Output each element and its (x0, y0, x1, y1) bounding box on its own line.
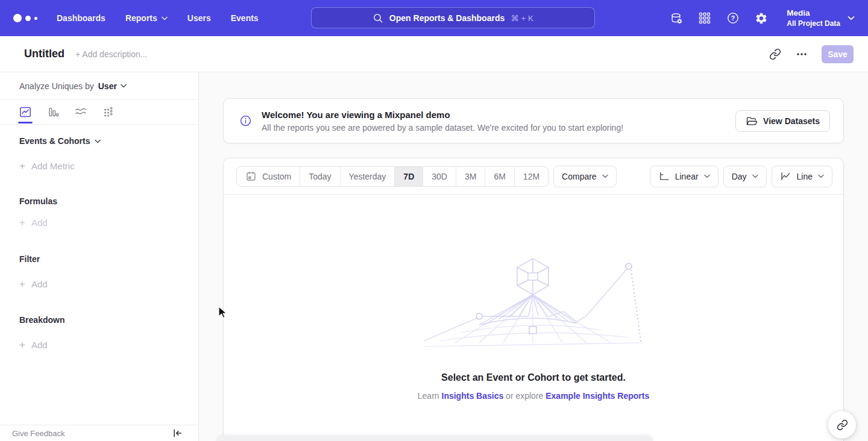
folder-icon (746, 116, 758, 127)
insights-basics-link[interactable]: Insights Basics (442, 391, 504, 401)
plus-icon: + (19, 217, 25, 228)
visualization-tabs (0, 100, 198, 125)
tab-bar-chart[interactable] (46, 105, 60, 119)
search-icon (373, 13, 383, 23)
chevron-down-icon (95, 139, 101, 143)
range-30d[interactable]: 30D (423, 167, 456, 186)
bar-chart-icon (46, 105, 60, 119)
apps-grid-icon[interactable] (698, 11, 711, 25)
tab-insights-line[interactable] (19, 105, 32, 119)
date-range-control: Custom Today Yesterday 7D 30D 3M 6M 12M (236, 166, 549, 187)
nav-dashboards[interactable]: Dashboards (57, 13, 105, 23)
analyze-uniques-selector[interactable]: User (98, 81, 127, 91)
analyze-row: Analyze Uniques by User (0, 72, 198, 100)
range-custom[interactable]: Custom (237, 167, 300, 186)
tab-flow[interactable] (74, 105, 87, 119)
report-title[interactable]: Untitled (24, 48, 64, 60)
insights-line-icon (19, 105, 32, 119)
range-3m[interactable]: 3M (456, 167, 485, 186)
formulas-header: Formulas (19, 196, 179, 206)
save-button[interactable]: Save (822, 45, 854, 63)
chevron-down-icon (752, 174, 758, 178)
chevron-down-icon (704, 174, 710, 178)
breakdown-header: Breakdown (19, 315, 179, 325)
more-options-icon[interactable] (795, 48, 808, 61)
share-link-fab[interactable] (828, 411, 856, 439)
topnav-right-group: ? Media All Project Data (670, 0, 868, 36)
chevron-down-icon (848, 16, 855, 20)
active-tab-indicator (18, 122, 33, 124)
global-search[interactable]: Open Reports & Dashboards ⌘ + K (311, 7, 595, 28)
nav-users[interactable]: Users (187, 13, 211, 23)
chart-type-selector[interactable]: Line (772, 166, 832, 187)
query-builder-sidebar: Analyze Uniques by User (0, 72, 199, 441)
scale-selector[interactable]: Linear (650, 166, 719, 187)
primary-nav: Dashboards Reports Users Events (57, 13, 259, 23)
retention-grid-icon (102, 105, 115, 119)
copy-link-icon[interactable] (769, 48, 782, 61)
add-metric-button[interactable]: + Add Metric (19, 161, 179, 171)
insights-report-card: Custom Today Yesterday 7D 30D 3M 6M 12M … (223, 158, 844, 441)
settings-gear-icon[interactable] (755, 11, 768, 25)
chevron-down-icon (121, 84, 127, 88)
compare-button[interactable]: Compare (553, 166, 617, 187)
bottom-drawer-edge[interactable] (216, 436, 653, 441)
link-icon (837, 419, 848, 431)
data-icon[interactable] (670, 11, 683, 25)
linear-axis-icon (658, 170, 670, 182)
calendar-icon (245, 170, 257, 182)
project-name: Media (787, 8, 840, 19)
top-navigation: Dashboards Reports Users Events Open Rep… (0, 0, 868, 36)
chart-display-controls: Linear Day Line (650, 166, 832, 187)
line-chart-icon (780, 170, 791, 182)
chevron-down-icon (818, 174, 824, 178)
chevron-down-icon (162, 16, 168, 20)
search-label: Open Reports & Dashboards (389, 13, 505, 23)
plus-icon: + (19, 279, 25, 289)
report-description-placeholder[interactable]: + Add description... (75, 49, 147, 59)
sidebar-footer: Give Feedback (0, 425, 198, 441)
project-switcher[interactable]: Media All Project Data (787, 8, 855, 28)
interval-selector[interactable]: Day (723, 166, 767, 187)
range-today[interactable]: Today (300, 167, 339, 186)
banner-title: Welcome! You are viewing a Mixpanel demo (262, 110, 623, 120)
plus-icon: + (19, 340, 25, 350)
empty-state-illustration (419, 257, 648, 348)
info-icon (239, 114, 252, 127)
flow-icon (74, 105, 87, 119)
report-header: Untitled + Add description... Save (0, 36, 868, 72)
chart-toolbar: Custom Today Yesterday 7D 30D 3M 6M 12M … (224, 158, 843, 195)
events-cohorts-header[interactable]: Events & Cohorts (19, 136, 179, 146)
add-filter-button[interactable]: + Add (19, 279, 179, 289)
analyze-label: Analyze Uniques by (19, 81, 94, 91)
add-breakdown-button[interactable]: + Add (19, 340, 179, 350)
banner-subtitle: All the reports you see are powered by a… (262, 123, 623, 133)
demo-welcome-banner: Welcome! You are viewing a Mixpanel demo… (223, 98, 844, 143)
give-feedback-link[interactable]: Give Feedback (12, 429, 64, 438)
range-12m[interactable]: 12M (514, 167, 548, 186)
empty-state-hint: Learn Insights Basics or explore Example… (224, 391, 843, 401)
nav-reports[interactable]: Reports (125, 13, 168, 23)
search-shortcut: ⌘ + K (511, 13, 533, 23)
example-insights-reports-link[interactable]: Example Insights Reports (546, 391, 649, 401)
nav-events[interactable]: Events (231, 13, 259, 23)
range-7d-selected[interactable]: 7D (394, 167, 423, 186)
filter-header: Filter (19, 254, 179, 264)
range-6m[interactable]: 6M (485, 167, 514, 186)
main-content: Welcome! You are viewing a Mixpanel demo… (199, 72, 868, 441)
collapse-sidebar-icon[interactable] (172, 428, 183, 438)
project-scope: All Project Data (787, 19, 840, 28)
plus-icon: + (19, 161, 25, 171)
chevron-down-icon (602, 174, 608, 178)
empty-state: Select an Event or Cohort to get started… (224, 195, 843, 401)
help-icon[interactable]: ? (726, 11, 740, 25)
view-datasets-button[interactable]: View Datasets (735, 110, 830, 132)
add-formula-button[interactable]: + Add (19, 217, 179, 228)
empty-state-title: Select an Event or Cohort to get started… (224, 372, 843, 383)
svg-text:?: ? (731, 14, 735, 22)
mixpanel-logo[interactable] (13, 14, 37, 22)
tab-retention-grid[interactable] (102, 105, 115, 119)
range-yesterday[interactable]: Yesterday (340, 167, 395, 186)
